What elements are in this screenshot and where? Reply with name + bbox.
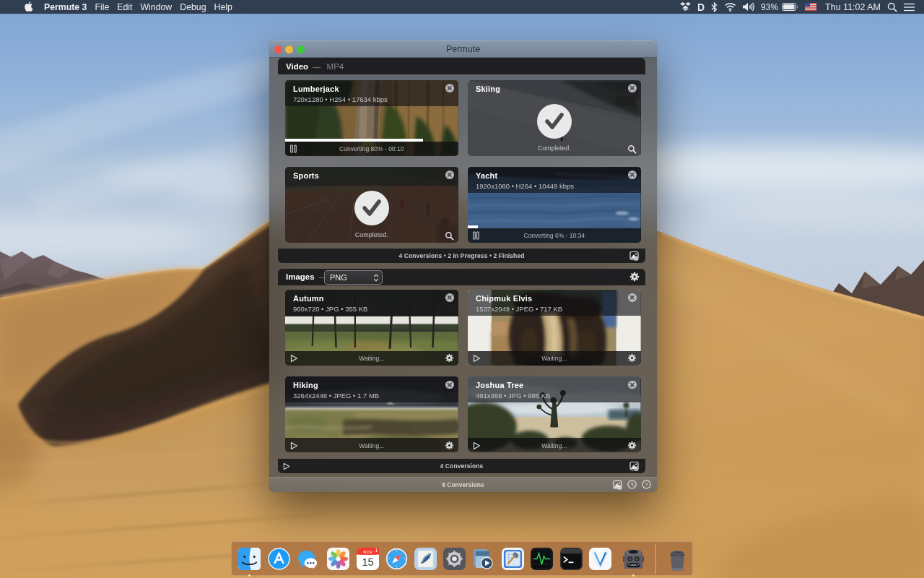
svg-text:1: 1: [375, 548, 378, 553]
svg-text:NOV: NOV: [363, 550, 372, 554]
svg-text:?: ?: [645, 481, 648, 488]
svg-text:15: 15: [362, 556, 373, 568]
